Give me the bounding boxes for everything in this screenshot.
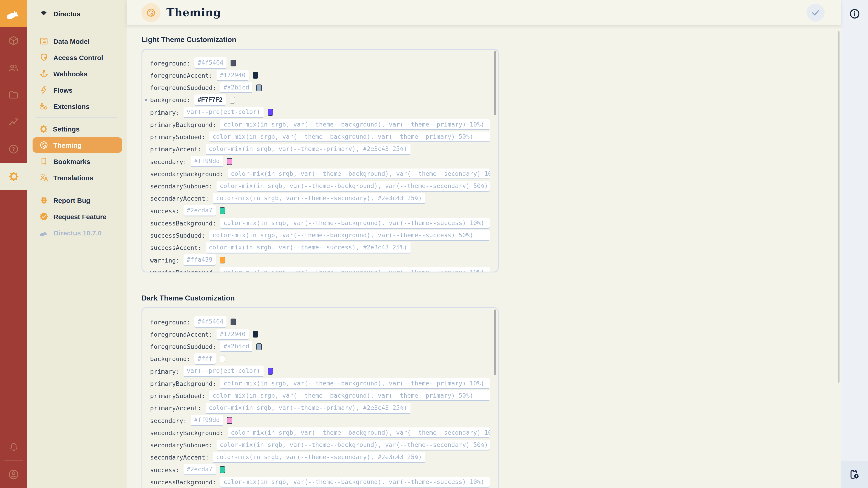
module-file-library[interactable] <box>0 81 27 108</box>
rule-key: successSubdued: <box>150 232 205 239</box>
shapes-icon <box>39 102 49 111</box>
rule-value-input[interactable]: #2ecda7 <box>184 464 216 475</box>
rule-value-input[interactable]: #ff99dd <box>191 156 223 167</box>
rule-value-input[interactable]: color-mix(in srgb, var(--theme--backgrou… <box>209 230 490 241</box>
rule-key: secondary: <box>150 417 187 424</box>
anchor-icon <box>39 69 49 78</box>
insights-icon <box>8 117 19 127</box>
rule-value-input[interactable]: color-mix(in srgb, var(--theme--success)… <box>206 242 410 253</box>
nav-item-translations[interactable]: Translations <box>33 170 122 185</box>
rule-value-input[interactable]: #ffa439 <box>184 255 216 266</box>
bell-icon <box>8 442 19 452</box>
rule-key: secondaryBackground: <box>150 429 223 436</box>
rule-value-input[interactable]: var(--project-color) <box>184 366 264 377</box>
rule-value-input[interactable]: color-mix(in srgb, var(--theme--backgrou… <box>217 440 490 451</box>
version-label: Directus 10.7.0 <box>54 229 102 236</box>
color-swatch <box>230 97 235 103</box>
verified-badge-icon <box>39 212 49 221</box>
theme-rule-secondary: secondary:#ff99dd <box>150 414 490 427</box>
editor-scrollbar-thumb[interactable] <box>494 51 496 115</box>
rule-value-input[interactable]: var(--project-color) <box>184 107 264 118</box>
rule-value-input[interactable]: #4f5464 <box>195 58 227 69</box>
module-help[interactable] <box>0 135 27 163</box>
color-swatch <box>220 356 225 362</box>
rule-value-input[interactable]: color-mix(in srgb, var(--theme--backgrou… <box>209 131 490 142</box>
activity-sidebar-button[interactable] <box>841 461 868 488</box>
rule-key: secondarySubdued: <box>150 183 213 190</box>
save-button[interactable] <box>807 3 825 22</box>
right-sidebar <box>841 0 868 488</box>
nav-item-label: Theming <box>53 141 82 149</box>
nav-item-request-feature[interactable]: Request Feature <box>33 209 122 224</box>
dark-theme-section-title: Dark Theme Customization <box>142 294 841 302</box>
rule-value-input[interactable]: color-mix(in srgb, var(--theme--backgrou… <box>217 181 490 192</box>
theme-rule-secondaryAccent: secondaryAccent:color-mix(in srgb, var(-… <box>150 451 490 464</box>
rule-key: primaryBackground: <box>150 380 216 387</box>
rule-value-input[interactable]: #a2b5cd <box>220 341 252 352</box>
rule-value-input[interactable]: color-mix(in srgb, var(--theme--backgrou… <box>220 119 490 130</box>
rule-value-input[interactable]: #a2b5cd <box>220 82 252 93</box>
directus-logo-button[interactable] <box>0 0 27 27</box>
module-content[interactable] <box>0 27 27 54</box>
rule-value-input[interactable]: #fff <box>195 353 216 364</box>
editor-scrollbar-thumb[interactable] <box>494 310 496 375</box>
nav-item-access-control[interactable]: Access Control <box>33 50 122 65</box>
nav-item-bookmarks[interactable]: Bookmarks <box>33 154 122 169</box>
light-theme-editor[interactable]: foreground:#4f5464foregroundAccent:#1729… <box>142 49 499 272</box>
theme-rule-foregroundSubdued: foregroundSubdued:#a2b5cd <box>150 340 490 353</box>
rule-value-input[interactable]: color-mix(in srgb, var(--theme--secondar… <box>213 452 425 463</box>
rule-value-input[interactable]: color-mix(in srgb, var(--theme--backgrou… <box>209 390 490 401</box>
rule-value-input[interactable]: color-mix(in srgb, var(--theme--backgrou… <box>228 168 490 180</box>
nav-item-webhooks[interactable]: Webhooks <box>33 66 122 81</box>
info-sidebar-button[interactable] <box>845 4 864 23</box>
project-name: Directus <box>53 10 81 18</box>
info-icon <box>849 8 860 19</box>
nav-item-report-bug[interactable]: Report Bug <box>33 193 122 208</box>
nav-item-flows[interactable]: Flows <box>33 82 122 98</box>
theme-rule-primaryAccent: primaryAccent:color-mix(in srgb, var(--t… <box>150 402 490 415</box>
theme-rule-foreground: foreground:#4f5464 <box>150 57 490 69</box>
notifications-button[interactable] <box>0 433 27 460</box>
nav-item-data-model[interactable]: Data Model <box>33 33 122 49</box>
page-title-icon-circle <box>142 3 160 22</box>
rule-key: primaryAccent: <box>150 404 202 412</box>
rule-value-input[interactable]: color-mix(in srgb, var(--theme--backgrou… <box>220 267 490 272</box>
rule-value-input[interactable]: color-mix(in srgb, var(--theme--backgrou… <box>220 218 490 229</box>
rule-value-input[interactable]: #ff99dd <box>191 415 223 426</box>
nav-item-theming[interactable]: Theming <box>33 137 122 153</box>
color-swatch <box>220 466 225 473</box>
app-version[interactable]: Directus 10.7.0 <box>33 225 122 240</box>
rule-value-input[interactable]: #172940 <box>217 329 249 340</box>
rule-key: background: <box>150 355 191 363</box>
user-avatar-button[interactable] <box>0 461 27 488</box>
module-user-directory[interactable] <box>0 54 27 81</box>
rule-key: primarySubdued: <box>150 133 205 140</box>
main-area: Theming Light Theme Customization foregr… <box>127 0 841 488</box>
rule-value-input[interactable]: color-mix(in srgb, var(--theme--backgrou… <box>220 378 490 389</box>
module-insights[interactable] <box>0 108 27 135</box>
project-info[interactable]: Directus <box>27 0 127 27</box>
rule-value-input[interactable]: color-mix(in srgb, var(--theme--primary)… <box>206 144 410 155</box>
module-settings[interactable] <box>0 163 27 190</box>
palette-icon <box>39 140 49 150</box>
rule-value-input[interactable]: color-mix(in srgb, var(--theme--primary)… <box>206 402 410 414</box>
rule-value-input[interactable]: color-mix(in srgb, var(--theme--secondar… <box>213 193 425 204</box>
dark-theme-editor[interactable]: foreground:#4f5464foregroundAccent:#1729… <box>142 307 499 488</box>
rule-key: success: <box>150 466 180 473</box>
users-icon <box>8 62 19 73</box>
rule-value-input[interactable]: #4f5464 <box>195 317 227 328</box>
rule-value-input[interactable]: color-mix(in srgb, var(--theme--backgrou… <box>228 427 490 438</box>
theme-rule-background: background:#F7F7F2 <box>150 94 490 106</box>
nav-item-settings[interactable]: Settings <box>33 121 122 136</box>
module-bar <box>0 0 27 488</box>
theme-rule-primary: primary:var(--project-color) <box>150 106 490 119</box>
rule-value-input[interactable]: color-mix(in srgb, var(--theme--backgrou… <box>220 477 490 488</box>
theme-rule-primarySubdued: primarySubdued:color-mix(in srgb, var(--… <box>150 131 490 143</box>
rule-value-input[interactable]: #2ecda7 <box>184 205 216 217</box>
page-scrollbar-thumb[interactable] <box>838 31 839 383</box>
help-icon <box>8 144 19 155</box>
rule-value-input[interactable]: #F7F7F2 <box>195 94 226 105</box>
nav-item-extensions[interactable]: Extensions <box>33 98 122 114</box>
theme-rule-secondarySubdued: secondarySubdued:color-mix(in srgb, var(… <box>150 180 490 193</box>
rule-value-input[interactable]: #172940 <box>217 70 249 81</box>
